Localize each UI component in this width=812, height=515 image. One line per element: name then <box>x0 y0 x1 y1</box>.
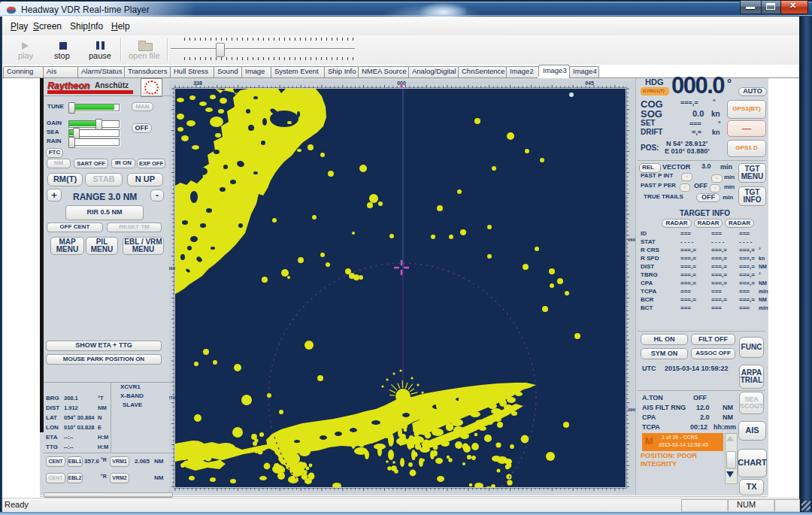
svg-text:060: 060 <box>628 238 635 242</box>
svg-text:300: 300 <box>169 266 176 271</box>
svg-text:090: 090 <box>628 407 635 412</box>
svg-text:045: 045 <box>585 80 594 86</box>
svg-text:338: 338 <box>193 80 202 86</box>
